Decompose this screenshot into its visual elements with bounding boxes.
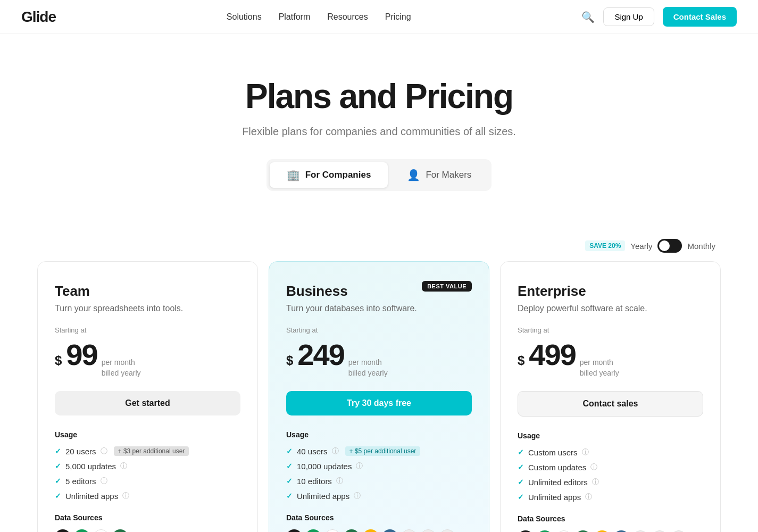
check-icon: ✓	[286, 477, 293, 485]
monthly-label: Monthly	[687, 242, 715, 251]
info-icon[interactable]: ⓘ	[582, 447, 589, 457]
usage-label: Custom updates	[528, 463, 586, 472]
check-icon: ✓	[286, 447, 293, 455]
usage-item: ✓ Unlimited editors ⓘ	[518, 477, 703, 487]
tab-companies[interactable]: 🏢 For Companies	[270, 162, 388, 188]
usage-label: Unlimited apps	[65, 492, 118, 501]
usage-label: Unlimited apps	[528, 493, 581, 502]
drive-icon: 🗂	[324, 529, 340, 532]
check-icon: ✓	[286, 492, 293, 500]
plan-tabs-wrapper: 🏢 For Companies 👤 For Makers	[11, 159, 747, 191]
nav-right: 🔍 Sign Up Contact Sales	[581, 7, 737, 27]
business-price-amount: 249	[297, 337, 344, 372]
usage-item: ✓ Custom users ⓘ	[518, 447, 703, 457]
search-button[interactable]: 🔍	[581, 11, 595, 23]
check-icon: ✓	[518, 448, 524, 456]
check-icon: ✓	[286, 462, 293, 470]
business-card: BEST VALUE Business Turn your databases …	[269, 261, 489, 532]
team-data-icons: G 📊 🗂 X	[55, 529, 240, 532]
usage-label: Unlimited editors	[528, 478, 588, 487]
business-price-label: Starting at	[286, 326, 472, 334]
team-card: Team Turn your spreadsheets into tools. …	[37, 261, 258, 532]
enterprise-price-dollar: $	[518, 353, 524, 368]
info-icon[interactable]: ⓘ	[120, 461, 127, 471]
signup-button[interactable]: Sign Up	[603, 7, 654, 26]
business-usage-items: ✓ 40 users ⓘ + $5 per additional user ✓ …	[286, 446, 472, 501]
enterprise-usage-title: Usage	[518, 431, 703, 440]
custom-users-label: Custom users	[528, 448, 578, 457]
sheets-icon: 📊	[305, 529, 321, 532]
enterprise-data-sources: Data Sources G 📊 🗂 X AT PG 🔗 ☁ ⬡ ◈ ❋	[518, 514, 703, 532]
team-usage-items: ✓ 20 users ⓘ + $3 per additional user ✓ …	[55, 446, 240, 501]
enterprise-usage-items: ✓ Custom users ⓘ ✓ Custom updates ⓘ ✓ Un…	[518, 447, 703, 502]
excel-icon: X	[112, 529, 128, 532]
info-icon[interactable]: ⓘ	[354, 491, 361, 501]
icon-more2: ☁	[420, 529, 436, 532]
tab-makers[interactable]: 👤 For Makers	[390, 162, 488, 188]
business-data-sources: Data Sources G 📊 🗂 X AT PG 🔗 ☁ ⬡ ◈ ❋	[286, 513, 472, 532]
pricing-cards: Team Turn your spreadsheets into tools. …	[0, 261, 758, 532]
usage-label: 10,000 updates	[297, 462, 352, 471]
companies-icon: 🏢	[287, 169, 300, 181]
nav-pricing[interactable]: Pricing	[385, 12, 411, 22]
info-icon[interactable]: ⓘ	[101, 476, 107, 486]
info-icon[interactable]: ⓘ	[332, 446, 339, 456]
icon-more3: ⬡	[439, 529, 455, 532]
business-price-detail: per month billed yearly	[348, 358, 388, 378]
usage-item: ✓ Custom updates ⓘ	[518, 462, 703, 472]
check-icon: ✓	[55, 462, 61, 470]
business-data-icons: G 📊 🗂 X AT PG 🔗 ☁ ⬡ ◈ ❋	[286, 529, 472, 532]
hero-subtitle: Flexible plans for companies and communi…	[11, 126, 747, 138]
business-price-row: $ 249 per month billed yearly	[286, 337, 472, 378]
sheets-icon: 📊	[74, 529, 90, 532]
billing-toggle[interactable]	[657, 239, 682, 253]
contact-sales-button[interactable]: Contact Sales	[663, 7, 737, 27]
data-sources-title: Data Sources	[286, 513, 472, 522]
nav-solutions[interactable]: Solutions	[227, 12, 262, 22]
info-icon[interactable]: ⓘ	[592, 477, 599, 487]
billing-toggle-row: SAVE 20% Yearly Monthly	[0, 239, 758, 253]
navbar: Glide Solutions Platform Resources Prici…	[0, 0, 758, 34]
info-icon[interactable]: ⓘ	[336, 476, 343, 486]
info-icon[interactable]: ⓘ	[585, 492, 592, 502]
enterprise-plan-name: Enterprise	[518, 283, 703, 300]
logo[interactable]: Glide	[21, 9, 56, 26]
team-price-amount: 99	[66, 337, 97, 372]
yearly-label: Yearly	[630, 242, 652, 251]
enterprise-price-row: $ 499 per month billed yearly	[518, 337, 703, 378]
plan-tabs: 🏢 For Companies 👤 For Makers	[266, 159, 492, 191]
info-icon[interactable]: ⓘ	[356, 461, 363, 471]
usage-item: ✓ 10 editors ⓘ	[286, 476, 472, 486]
data-sources-title: Data Sources	[55, 513, 240, 522]
glide-icon: G	[55, 529, 71, 532]
usage-label: 5 editors	[65, 477, 96, 486]
check-icon: ✓	[518, 493, 524, 501]
business-cta-button[interactable]: Try 30 days free	[286, 391, 472, 415]
glide-icon: G	[286, 529, 302, 532]
hero-title: Plans and Pricing	[11, 77, 747, 116]
usage-item: ✓ 5,000 updates ⓘ	[55, 461, 240, 471]
enterprise-plan-desc: Deploy powerful software at scale.	[518, 304, 703, 313]
usage-label: 10 editors	[297, 477, 332, 486]
nav-platform[interactable]: Platform	[279, 12, 311, 22]
enterprise-card: Enterprise Deploy powerful software at s…	[500, 261, 721, 532]
team-plan-name: Team	[55, 283, 240, 300]
usage-item: ✓ 5 editors ⓘ	[55, 476, 240, 486]
usage-label: Unlimited apps	[297, 492, 349, 501]
sql-icon: PG	[382, 529, 398, 532]
usage-label: 40 users	[297, 447, 328, 456]
makers-icon: 👤	[407, 169, 420, 181]
usage-tag-blue: + $5 per additional user	[345, 446, 421, 456]
nav-resources[interactable]: Resources	[327, 12, 368, 22]
info-icon[interactable]: ⓘ	[122, 491, 129, 501]
excel-icon: X	[344, 529, 360, 532]
usage-item: ✓ 10,000 updates ⓘ	[286, 461, 472, 471]
usage-label: 20 users	[65, 447, 96, 456]
usage-tag: + $3 per additional user	[114, 446, 189, 456]
info-icon[interactable]: ⓘ	[590, 462, 597, 472]
info-icon[interactable]: ⓘ	[101, 446, 107, 456]
enterprise-cta-button[interactable]: Contact sales	[518, 391, 703, 417]
team-cta-button[interactable]: Get started	[55, 391, 240, 415]
business-plan-desc: Turn your databases into software.	[286, 304, 472, 313]
enterprise-price-amount: 499	[529, 337, 575, 372]
